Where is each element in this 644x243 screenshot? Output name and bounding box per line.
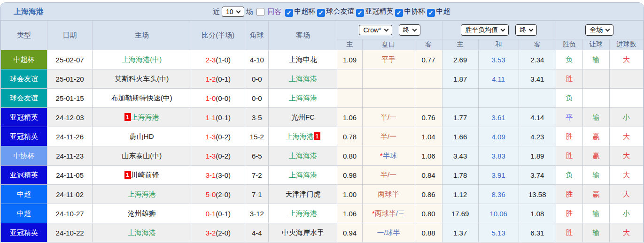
col-header-home: 主场 (93, 21, 191, 50)
chevron-down-icon (529, 27, 534, 31)
fulltime-score: 1-1 (206, 114, 216, 122)
handicap-cell: 半/一 (362, 108, 415, 127)
type-cell: 中超 (1, 204, 47, 223)
score-cell: 2-3(1-0) (191, 50, 245, 69)
avg-home-cell: 17.69 (442, 204, 478, 223)
halftime-score: (0-2) (216, 133, 231, 141)
league-filter-group: ✓中超杯✓球会友谊✓亚冠精英✓中协杯✓中超 (284, 7, 450, 17)
league-checkbox-亚冠精英[interactable]: ✓ (356, 9, 364, 17)
avg-draw-cell: 10.06 (478, 204, 519, 223)
home-team-name: 上海海港(中) (122, 55, 162, 63)
date-cell: 24-10-22 (47, 223, 93, 243)
chevron-down-icon (236, 8, 241, 13)
goals-result-cell: 小 (609, 204, 643, 223)
halftime-score: (2-0) (216, 190, 231, 198)
avg-state-value: 终 (520, 26, 526, 34)
avg-draw-cell: 4.11 (478, 69, 519, 89)
avg-away-cell: 4.14 (519, 108, 556, 127)
recent-label: 近 (213, 8, 220, 16)
league-checkbox-球会友谊[interactable]: ✓ (317, 9, 325, 17)
odds-company-select[interactable]: Crow* (359, 25, 392, 35)
score-cell: 1-2(0-1) (191, 69, 245, 89)
away-team-name: 上海海港 (286, 132, 314, 140)
col-header-type: 类型 (1, 21, 47, 50)
avg-away-cell: 4.23 (519, 127, 556, 146)
avg-away-cell: 6.31 (519, 223, 556, 243)
halftime-score: (3-0) (216, 171, 231, 179)
home-team-name: 沧州雄狮 (128, 209, 156, 217)
odds-away-cell: 0.88 (415, 223, 442, 243)
wdl-cell: 平 (556, 108, 582, 127)
away-cell: 上海海港 (269, 89, 337, 108)
corner-cell: 0-0 (245, 89, 269, 108)
odds-company-value: Crow* (363, 26, 381, 34)
away-team-name: 光州FC (291, 113, 315, 121)
away-cell: 上海海港 (269, 146, 337, 166)
scope-select[interactable]: 全场 (585, 24, 613, 36)
match-row: 亚冠精英24-11-051川崎前锋3-1(3-0)7-2上海海港0.98半/一0… (1, 166, 644, 185)
league-filter-label: 中超杯 (295, 7, 316, 15)
date-cell: 25-01-15 (47, 89, 93, 108)
home-cell: 1上海海港 (93, 108, 191, 127)
odds-state-value: 终 (403, 26, 410, 34)
handicap-result-cell: 输 (582, 50, 609, 69)
odds-away-cell: 0.80 (415, 204, 442, 223)
match-row: 中超24-11-02上海海港5-0(2-0)7-1天津津门虎1.00两球半0.8… (1, 185, 644, 204)
match-history-panel: 上海海港 近 10 场 同客 ✓中超杯✓球会友谊✓亚冠精英✓中协杯✓中超 类型 … (0, 2, 644, 243)
odds-home-cell: 0.94 (337, 223, 362, 243)
odds-home-cell (337, 89, 362, 108)
handicap-text: 半球 (383, 152, 397, 159)
subheader-odds-away: 客 (415, 39, 442, 50)
away-team-name: 上海海港 (289, 171, 317, 179)
halftime-score: (0-0) (216, 94, 231, 102)
date-cell: 24-11-05 (47, 166, 93, 185)
avg-home-cell: 1.12 (442, 185, 478, 204)
avg-draw-cell: 3.91 (478, 166, 519, 185)
odds-away-cell: 0.77 (415, 50, 442, 69)
match-row: 中协杯24-11-23山东泰山(中)1-3(0-2)6-5上海海港0.80*半球… (1, 146, 644, 166)
odds-home-cell: 0.98 (337, 166, 362, 185)
same-away-checkbox[interactable] (256, 8, 264, 16)
col-header-corner: 角球 (245, 21, 269, 50)
type-cell: 中超杯 (1, 50, 47, 69)
handicap-result-cell: 输 (582, 108, 609, 127)
avg-away-cell: 13.58 (519, 185, 556, 204)
type-cell: 中超 (1, 185, 47, 204)
avg-type-select[interactable]: 胜平负均值 (461, 24, 509, 36)
avg-draw-cell: 3.53 (478, 50, 519, 69)
date-cell: 24-12-03 (47, 108, 93, 127)
wdl-cell: 负 (556, 166, 582, 185)
corner-cell: 15-2 (245, 127, 269, 146)
league-checkbox-中超杯[interactable]: ✓ (285, 9, 293, 17)
subheader-handicap: 盘口 (362, 39, 415, 50)
fulltime-score: 1-3 (206, 133, 216, 141)
subheader-avg-draw: 和 (478, 39, 519, 50)
chevron-down-icon (501, 27, 505, 31)
avg-home-cell: 1.78 (442, 166, 478, 185)
goals-result-cell: 大 (609, 50, 643, 69)
odds-state-select[interactable]: 终 (399, 24, 420, 36)
date-cell: 24-11-23 (47, 146, 93, 166)
recent-count-value: 10 (226, 8, 233, 15)
recent-count-select[interactable]: 10 (222, 7, 244, 17)
match-row: 亚冠精英24-11-26蔚山HD1-3(0-2)15-2上海海港10.78半/一… (1, 127, 644, 146)
avg-away-cell (519, 89, 556, 108)
goals-result-cell: 大 (609, 127, 643, 146)
corner-cell: 3-5 (245, 108, 269, 127)
avg-home-cell: 1.66 (442, 127, 478, 146)
avg-state-select[interactable]: 终 (515, 24, 537, 36)
score-cell: 1-3(0-2) (191, 146, 245, 166)
handicap-result-cell (582, 89, 609, 108)
away-cell: 上海申花 (269, 50, 337, 69)
goals-result-cell: 小 (609, 108, 643, 127)
fulltime-score: 3-2 (206, 229, 216, 237)
goals-result-cell: 大 (609, 185, 643, 204)
chevron-down-icon (412, 27, 417, 31)
titlebar: 上海海港 近 10 场 同客 ✓中超杯✓球会友谊✓亚冠精英✓中协杯✓中超 (0, 3, 644, 21)
league-filter-label: 中超 (436, 7, 450, 15)
league-checkbox-中超[interactable]: ✓ (427, 9, 435, 17)
home-cell: 山东泰山(中) (93, 146, 191, 166)
type-cell: 亚冠精英 (1, 108, 47, 127)
league-checkbox-中协杯[interactable]: ✓ (395, 9, 403, 17)
league-filter-label: 球会友谊 (326, 7, 355, 15)
